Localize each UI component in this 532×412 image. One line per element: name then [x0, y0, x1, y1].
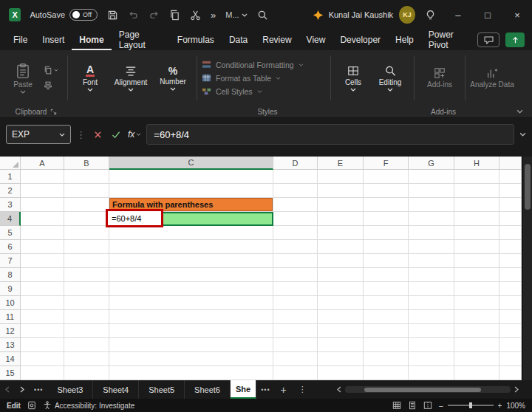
zoom-slider-knob[interactable]	[469, 402, 472, 408]
column-header-D[interactable]: D	[273, 157, 318, 170]
cell-E3[interactable]	[318, 198, 364, 212]
cell-C7[interactable]	[109, 254, 273, 268]
cell-B6[interactable]	[64, 240, 109, 254]
cell-B13[interactable]	[64, 338, 109, 352]
column-header-G[interactable]: G	[409, 157, 454, 170]
cell-D12[interactable]	[273, 324, 318, 338]
cell-D11[interactable]	[273, 310, 318, 324]
row-header-9[interactable]: 9	[0, 282, 21, 296]
name-box[interactable]: EXP	[6, 125, 71, 144]
expand-formula-bar-chevron[interactable]	[519, 132, 526, 137]
cell-G2[interactable]	[409, 184, 454, 198]
cell-A13[interactable]	[21, 338, 64, 352]
cell-G14[interactable]	[409, 352, 454, 366]
cell-H5[interactable]	[454, 226, 499, 240]
cell-G1[interactable]	[409, 170, 454, 184]
sheet-tab-sheet3[interactable]: Sheet3	[47, 380, 93, 399]
user-avatar[interactable]: KJ	[399, 6, 415, 24]
cell-F4[interactable]	[364, 212, 409, 226]
cell-partial-11[interactable]	[499, 310, 522, 324]
cell-H1[interactable]	[454, 170, 499, 184]
cell-partial-12[interactable]	[499, 324, 522, 338]
cell-F7[interactable]	[364, 254, 409, 268]
sheet-options-button[interactable]: ⋮	[293, 385, 313, 394]
cell-E2[interactable]	[318, 184, 364, 198]
cell-F5[interactable]	[364, 226, 409, 240]
format-painter-button[interactable]	[44, 81, 63, 90]
cell-partial-4[interactable]	[499, 212, 522, 226]
cell-G15[interactable]	[409, 366, 454, 380]
name-box-resize-handle[interactable]: ⋮	[76, 129, 86, 140]
user-name[interactable]: Kunal Jai Kaushik	[329, 10, 393, 19]
row-header-6[interactable]: 6	[0, 240, 21, 254]
new-sheet-button[interactable]: +	[275, 384, 293, 396]
cell-F3[interactable]	[364, 198, 409, 212]
cell-F12[interactable]	[364, 324, 409, 338]
cell-F9[interactable]	[364, 282, 409, 296]
cell-E7[interactable]	[318, 254, 364, 268]
cell-H6[interactable]	[454, 240, 499, 254]
cell-A15[interactable]	[21, 366, 64, 380]
copy-button[interactable]	[44, 66, 63, 75]
row-header-2[interactable]: 2	[0, 184, 21, 198]
close-button[interactable]: ×	[502, 0, 532, 30]
horizontal-scrollbar[interactable]	[337, 386, 519, 393]
row-header-5[interactable]: 5	[0, 226, 21, 240]
cell-A10[interactable]	[21, 296, 64, 310]
menu-tab-help[interactable]: Help	[388, 30, 421, 50]
cell-H13[interactable]	[454, 338, 499, 352]
horizontal-scrollbar-thumb[interactable]	[364, 388, 481, 392]
menu-tab-insert[interactable]: Insert	[35, 30, 72, 50]
row-header-13[interactable]: 13	[0, 338, 21, 352]
cell-D8[interactable]	[273, 268, 318, 282]
cell-G6[interactable]	[409, 240, 454, 254]
cell-D1[interactable]	[273, 170, 318, 184]
cell-D2[interactable]	[273, 184, 318, 198]
editing-group-button[interactable]: Editing	[371, 52, 409, 103]
redo-button[interactable]	[149, 10, 160, 21]
cell-D10[interactable]	[273, 296, 318, 310]
cell-H7[interactable]	[454, 254, 499, 268]
accessibility-status[interactable]: Accessibility: Investigate	[43, 401, 134, 410]
menu-tab-view[interactable]: View	[299, 30, 333, 50]
cell-B10[interactable]	[64, 296, 109, 310]
cell-partial-9[interactable]	[499, 282, 522, 296]
row-header-4[interactable]: 4	[0, 212, 21, 226]
add-ins-button[interactable]: Add-ins	[419, 52, 460, 103]
cell-A4[interactable]	[21, 212, 64, 226]
cell-G5[interactable]	[409, 226, 454, 240]
macro-record-icon[interactable]	[27, 401, 36, 410]
cell-C10[interactable]	[109, 296, 273, 310]
insert-function-button[interactable]: fx	[128, 129, 141, 140]
conditional-formatting-button[interactable]: Conditional Formatting	[202, 60, 326, 69]
cell-H8[interactable]	[454, 268, 499, 282]
cell-styles-button[interactable]: Cell Styles	[202, 86, 326, 96]
cell-D9[interactable]	[273, 282, 318, 296]
cell-H9[interactable]	[454, 282, 499, 296]
undo-button[interactable]	[128, 10, 139, 21]
normal-view-icon[interactable]	[392, 401, 401, 410]
search-icon[interactable]	[257, 10, 268, 21]
menu-tab-review[interactable]: Review	[255, 30, 299, 50]
cell-C1[interactable]	[109, 170, 273, 184]
cell-F11[interactable]	[364, 310, 409, 324]
cell-F13[interactable]	[364, 338, 409, 352]
analyze-data-button[interactable]: Analyze Data	[470, 52, 514, 103]
cell-partial-7[interactable]	[499, 254, 522, 268]
vertical-scrollbar-thumb[interactable]	[525, 164, 531, 210]
cell-F10[interactable]	[364, 296, 409, 310]
menu-tab-home[interactable]: Home	[72, 30, 111, 50]
cell-F15[interactable]	[364, 366, 409, 380]
cell-D6[interactable]	[273, 240, 318, 254]
lightbulb-icon[interactable]	[425, 10, 436, 21]
cell-G4[interactable]	[409, 212, 454, 226]
cell-A2[interactable]	[21, 184, 64, 198]
formula-input[interactable]: =60+8/4	[146, 124, 514, 145]
cell-E4[interactable]	[318, 212, 364, 226]
cut-icon[interactable]	[190, 10, 201, 21]
number-group-button[interactable]: % Number	[154, 52, 192, 103]
cell-C2[interactable]	[109, 184, 273, 198]
cell-E6[interactable]	[318, 240, 364, 254]
cell-C14[interactable]	[109, 352, 273, 366]
cell-B8[interactable]	[64, 268, 109, 282]
